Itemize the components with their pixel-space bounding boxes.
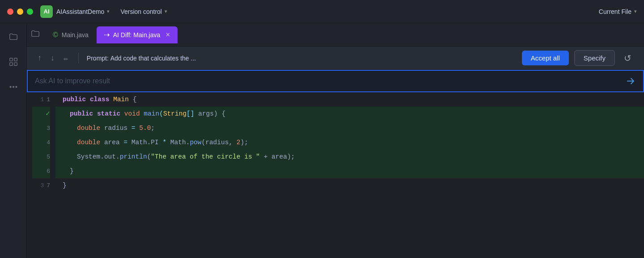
accept-check-icon[interactable]: ✓ [46, 110, 50, 117]
line-number-row-check: ✓ [32, 107, 50, 121]
ai-improve-input[interactable] [35, 77, 625, 85]
content-area: © Main.java ⇢ AI Diff: Main.java ✕ ↑ ↓ ✏… [27, 23, 644, 258]
line-number-2: -3 [32, 121, 50, 135]
version-control-chevron-icon: ▾ [165, 9, 167, 14]
ai-input-bar [27, 70, 644, 92]
tab-bar: © Main.java ⇢ AI Diff: Main.java ✕ [27, 23, 644, 47]
svg-rect-1 [14, 58, 17, 61]
ai-diff-tab-icon: ⇢ [104, 30, 110, 39]
refresh-button[interactable]: ↺ [620, 51, 635, 65]
version-control-menu[interactable]: Version control ▾ [120, 8, 167, 15]
folder-sidebar-icon[interactable] [5, 29, 21, 45]
line-numbers: 11 ✓ -3 -4 -5 [27, 92, 55, 258]
svg-point-6 [16, 86, 17, 88]
code-lines-container: public class Main { public static void m… [55, 92, 644, 258]
svg-rect-0 [9, 58, 12, 61]
svg-point-4 [10, 86, 11, 88]
line-number-5: -6 [32, 164, 50, 178]
more-sidebar-icon[interactable] [5, 79, 21, 95]
app-icon: AI [40, 5, 53, 18]
code-line-3: double radius = 5.0; [55, 121, 644, 135]
svg-rect-3 [14, 63, 17, 65]
line-number-4: -5 [32, 150, 50, 164]
tab-ai-diff-label: AI Diff: Main.java [113, 31, 161, 39]
maximize-button[interactable] [27, 9, 33, 15]
specify-button[interactable]: Specify [574, 50, 615, 66]
line-number-6: 37 [32, 178, 50, 193]
current-file-button[interactable]: Current File ▾ [599, 8, 637, 15]
toolbar: ↑ ↓ ✏ Prompt: Add code that calculates t… [27, 47, 644, 70]
left-sidebar [0, 23, 27, 258]
main-layout: © Main.java ⇢ AI Diff: Main.java ✕ ↑ ↓ ✏… [0, 23, 644, 258]
tab-main-java[interactable]: © Main.java [46, 26, 96, 43]
file-tree-toggle-icon[interactable] [30, 29, 40, 41]
line-number-row: 11 [32, 92, 50, 107]
svg-point-5 [13, 86, 14, 88]
code-line-4: double area = Math.PI * Math.pow(radius,… [55, 135, 644, 150]
app-name[interactable]: AIAssistantDemo ▾ [56, 8, 110, 15]
svg-rect-2 [9, 63, 12, 65]
navigate-up-button[interactable]: ↑ [36, 52, 43, 64]
tab-ai-diff-close-icon[interactable]: ✕ [165, 31, 170, 38]
line-number-3: -4 [32, 135, 50, 150]
code-line-5: System.out.println("The area of the circ… [55, 150, 644, 164]
grid-sidebar-icon[interactable] [5, 54, 21, 70]
traffic-lights [7, 9, 33, 15]
accept-all-button[interactable]: Accept all [522, 51, 569, 65]
prompt-display: Prompt: Add code that calculates the ... [87, 55, 517, 62]
tab-main-java-label: Main.java [62, 31, 89, 39]
code-area: 11 ✓ -3 -4 -5 [27, 92, 644, 258]
ai-send-button[interactable] [625, 76, 636, 86]
navigate-down-button[interactable]: ↓ [49, 52, 56, 64]
close-button[interactable] [7, 9, 13, 15]
minimize-button[interactable] [17, 9, 23, 15]
main-java-tab-icon: © [53, 31, 58, 39]
toolbar-separator [78, 53, 79, 64]
code-line-1: public class Main { [55, 92, 644, 107]
code-line-2: public static void main(String[] args) { [55, 107, 644, 121]
title-bar: AI AIAssistantDemo ▾ Version control ▾ C… [0, 0, 644, 23]
tab-ai-diff[interactable]: ⇢ AI Diff: Main.java ✕ [97, 26, 178, 43]
current-file-chevron-icon: ▾ [634, 9, 637, 14]
code-line-6: } [55, 164, 644, 178]
code-content: 11 ✓ -3 -4 -5 [27, 92, 644, 258]
app-chevron-icon: ▾ [107, 9, 110, 14]
code-line-7: } [55, 178, 644, 193]
edit-icon[interactable]: ✏ [64, 53, 68, 63]
